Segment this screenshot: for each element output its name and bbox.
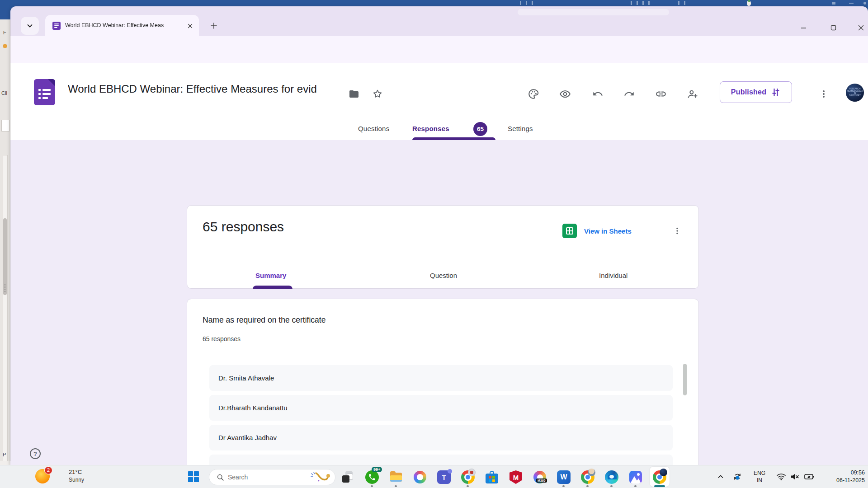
answers-scrollbar-thumb[interactable] (683, 364, 687, 395)
language-line2: IN (750, 477, 769, 484)
running-indicator (371, 485, 373, 487)
copy-link-button[interactable] (651, 84, 671, 104)
forms-nav-tabs: Questions Responses 65 Settings (10, 117, 868, 140)
move-to-folder-button[interactable] (344, 84, 364, 104)
new-tab-button[interactable] (208, 19, 220, 32)
m365-copilot-icon: M365 (533, 471, 546, 483)
teams-button[interactable]: T (435, 468, 453, 486)
chevron-down-icon (26, 22, 33, 29)
forms-more-menu-button[interactable] (814, 84, 834, 104)
plus-icon (210, 22, 217, 29)
preview-button[interactable] (555, 84, 575, 104)
chevron-up-icon (717, 473, 724, 480)
whatsapp-icon: 99+ (365, 470, 379, 484)
document-title[interactable]: World EBHCD Webinar: Effective Measures … (68, 83, 317, 95)
task-view-button[interactable] (339, 468, 357, 486)
forms-header: World EBHCD Webinar: Effective Measures … (10, 63, 868, 140)
tab-close-button[interactable] (186, 22, 193, 29)
publish-settings-sliders-icon (771, 87, 781, 97)
three-dots-vertical-icon (819, 89, 828, 99)
dentistry-profile-badge (660, 469, 667, 476)
volume-mute-icon (789, 471, 800, 482)
answer-text: Dr. Smita Athavale (218, 374, 274, 382)
tab-settings[interactable]: Settings (508, 121, 533, 136)
question-responses-card: Name as required on the certificate 65 r… (187, 299, 699, 465)
chrome-icon (653, 470, 666, 484)
mcafee-button[interactable]: M (507, 468, 525, 486)
word-scrollbar-track[interactable] (3, 155, 8, 467)
responses-count-badge: 65 (473, 122, 487, 136)
running-indicator (467, 485, 469, 487)
published-label: Published (731, 88, 766, 96)
weather-temperature: 21°C (69, 469, 82, 475)
language-indicator[interactable]: ENG IN (750, 469, 769, 484)
answer-text: Dr.Bharath Kandanattu (218, 404, 288, 412)
wifi-tray-icon[interactable] (774, 469, 788, 484)
chrome-button[interactable] (459, 468, 477, 486)
tab-questions[interactable]: Questions (358, 121, 389, 136)
palette-icon (528, 88, 539, 100)
edge-icon (605, 470, 618, 484)
tab-responses[interactable]: Responses (412, 121, 449, 136)
running-indicator (562, 485, 565, 487)
photos-button[interactable] (627, 468, 645, 486)
word-page-label: P (3, 452, 6, 457)
tray-overflow-button[interactable] (713, 469, 728, 484)
whatsapp-unread-badge: 99+ (372, 467, 382, 472)
add-collaborators-button[interactable] (683, 84, 703, 104)
customize-theme-button[interactable] (524, 84, 543, 104)
chrome-active-button[interactable] (651, 468, 669, 486)
window-minimize-button[interactable] (797, 22, 809, 33)
update-sync-tray-icon[interactable] (730, 469, 745, 484)
chrome-profile2-button[interactable] (579, 468, 597, 486)
mcafee-icon: M (509, 470, 522, 484)
m365-badge: M365 (536, 479, 547, 483)
wifi-icon (776, 471, 787, 482)
file-explorer-button[interactable] (387, 468, 405, 486)
word-drag-handle[interactable] (5, 284, 5, 292)
account-avatar[interactable]: RESEARCH METHODOLOGY IN DENTISTRY (846, 84, 864, 102)
whatsapp-button[interactable]: 99+ (363, 468, 381, 486)
word-button[interactable]: W (555, 468, 573, 486)
copilot-button[interactable] (411, 468, 429, 486)
forms-favicon-icon (52, 22, 61, 30)
folder-icon (349, 89, 359, 99)
copilot-icon (414, 471, 426, 483)
microsoft-store-button[interactable] (483, 468, 501, 486)
tray-clock[interactable]: 09:56 06-11-2025 (814, 469, 865, 484)
browser-tab-active[interactable]: World EBHCD Webinar: Effective Meas (45, 15, 199, 36)
responses-more-menu-button[interactable] (669, 223, 685, 239)
m365-copilot-button[interactable]: M365 (531, 468, 549, 486)
browser-toolbar: docs.google.com/forms/d/1r6Ot0oqMPkZjlAU… (10, 36, 868, 63)
account-avatar-text: RESEARCH METHODOLOGY IN DENTISTRY (846, 84, 864, 97)
word-clipboard-label: Cli (1, 90, 7, 96)
redo-button[interactable] (619, 84, 639, 104)
undo-button[interactable] (588, 84, 608, 104)
subtab-individual[interactable]: Individual (599, 269, 627, 282)
photos-icon (629, 471, 642, 483)
window-close-button[interactable] (855, 22, 867, 33)
question-title: Name as required on the certificate (203, 315, 326, 325)
search-input[interactable] (228, 474, 296, 481)
responses-heading: 65 responses (203, 219, 284, 235)
start-button[interactable] (188, 471, 199, 482)
edge-button[interactable] (603, 468, 621, 486)
volume-muted-tray-icon[interactable] (788, 469, 802, 484)
subtab-question[interactable]: Question (430, 269, 457, 282)
view-in-sheets-button[interactable]: View in Sheets (562, 224, 632, 238)
help-button[interactable]: ? (30, 448, 41, 459)
forms-logo-icon[interactable] (34, 79, 55, 105)
redo-icon (623, 88, 635, 100)
person-add-icon (687, 88, 698, 100)
background-word-titlebar (0, 0, 868, 6)
star-form-button[interactable] (368, 84, 387, 104)
tray-date: 06-11-2025 (814, 477, 865, 484)
taskbar-search[interactable] (209, 469, 335, 485)
tab-search-button[interactable] (21, 17, 39, 35)
window-maximize-button[interactable] (827, 22, 839, 33)
active-tab-underline (412, 137, 495, 140)
subtab-summary[interactable]: Summary (255, 269, 286, 282)
microsoft-store-icon (486, 471, 498, 483)
published-button[interactable]: Published (720, 81, 792, 103)
running-indicator (610, 485, 613, 487)
